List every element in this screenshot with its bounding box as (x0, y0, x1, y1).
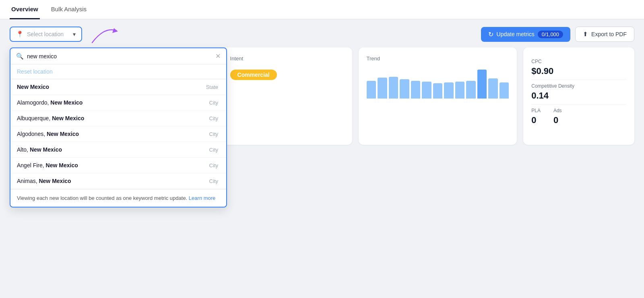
export-icon: ⬆ (583, 31, 588, 38)
trend-bar (500, 82, 509, 99)
cpc-value: $0.90 (531, 66, 626, 76)
competitive-density-section: Competitive Density 0.14 (531, 80, 626, 105)
trend-bar (400, 79, 409, 99)
app-container: Overview Bulk Analysis 📍 Select location… (0, 0, 644, 298)
list-item[interactable]: New Mexico State (10, 79, 226, 95)
dropdown-search-row: 🔍 ✕ (10, 48, 226, 64)
trend-bar (455, 82, 465, 99)
tab-overview[interactable]: Overview (10, 0, 40, 19)
pla-label: PLA (531, 108, 541, 113)
trend-chart (367, 66, 509, 99)
competitive-density-label: Competitive Density (531, 83, 626, 89)
chevron-down-icon: ▾ (73, 31, 76, 37)
ads-label: Ads (553, 108, 562, 113)
trend-bar (422, 82, 431, 99)
toolbar-right: ↻ Update metrics 0/1,000 ⬆ Export to PDF (481, 27, 634, 42)
pin-icon: 📍 (16, 31, 24, 38)
tab-bulk-analysis[interactable]: Bulk Analysis (50, 0, 88, 19)
trend-bar (389, 77, 398, 99)
svg-marker-0 (112, 28, 118, 33)
location-search-input[interactable] (27, 53, 212, 60)
competitive-density-value: 0.14 (531, 90, 626, 101)
export-pdf-button[interactable]: ⬆ Export to PDF (575, 27, 634, 42)
pla-ads-section: PLA 0 Ads 0 (531, 105, 626, 129)
toolbar: 📍 Select location ▾ 🔍 ✕ Reset location (0, 19, 644, 47)
update-metrics-button[interactable]: ↻ Update metrics 0/1,000 (481, 27, 571, 42)
pla-group: PLA 0 (531, 108, 541, 125)
learn-more-link[interactable]: Learn more (189, 195, 215, 201)
pla-ads-row: PLA 0 Ads 0 (531, 108, 626, 125)
tabs-bar: Overview Bulk Analysis (0, 0, 644, 19)
trend-bar (477, 70, 487, 99)
trend-bar (411, 81, 421, 99)
ads-value: 0 (553, 115, 562, 125)
metrics-card: CPC $0.90 Competitive Density 0.14 PLA 0… (523, 47, 634, 145)
trend-card: Trend (359, 47, 517, 145)
intent-card: Intent Commercial (222, 47, 352, 145)
dropdown-footer: Viewing each new location will be counte… (10, 189, 226, 207)
list-item[interactable]: Animas, New Mexico City (10, 173, 226, 189)
location-dropdown: 🔍 ✕ Reset location New Mexico State Alam… (10, 47, 227, 208)
trend-bar (367, 81, 376, 99)
location-placeholder: Select location (27, 31, 64, 37)
trend-bar (466, 81, 476, 99)
trend-label: Trend (367, 55, 509, 62)
trend-bar (378, 78, 387, 99)
intent-badge: Commercial (230, 70, 277, 80)
list-item[interactable]: Algodones, New Mexico City (10, 126, 226, 142)
trend-bar (444, 82, 454, 99)
cpc-label: CPC (531, 59, 626, 64)
list-item[interactable]: Alto, New Mexico City (10, 142, 226, 158)
update-count-badge: 0/1,000 (538, 31, 563, 38)
intent-label: Intent (230, 55, 344, 62)
trend-bar (433, 83, 443, 99)
reset-location-button[interactable]: Reset location (10, 64, 226, 79)
arrow-annotation (88, 23, 120, 47)
cpc-section: CPC $0.90 (531, 55, 626, 80)
location-selector-button[interactable]: 📍 Select location ▾ (10, 27, 82, 42)
list-item[interactable]: Angel Fire, New Mexico City (10, 158, 226, 173)
clear-search-icon[interactable]: ✕ (215, 52, 221, 60)
list-item[interactable]: Albuquerque, New Mexico City (10, 111, 226, 126)
ads-group: Ads 0 (553, 108, 562, 125)
refresh-icon: ↻ (488, 31, 493, 38)
list-item[interactable]: Alamogordo, New Mexico City (10, 95, 226, 111)
dropdown-list: New Mexico State Alamogordo, New Mexico … (10, 79, 226, 189)
trend-bar (488, 78, 498, 99)
pla-value: 0 (531, 115, 541, 125)
search-icon: 🔍 (16, 53, 24, 60)
toolbar-left: 📍 Select location ▾ 🔍 ✕ Reset location (10, 27, 82, 42)
